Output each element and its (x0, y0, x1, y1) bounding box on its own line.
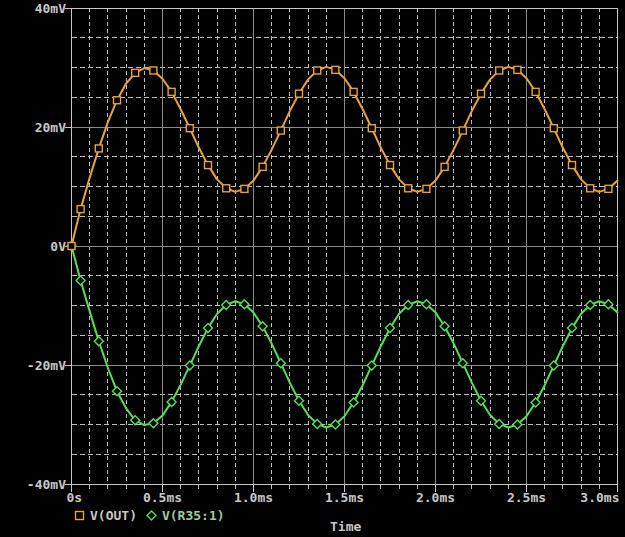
x-tick-label: 0s (67, 490, 83, 505)
marker-square-vout (387, 162, 394, 169)
marker-diamond-vr35-1 (185, 361, 194, 370)
marker-square-vout (405, 185, 412, 192)
marker-square-vout (350, 88, 357, 95)
marker-square-vout (241, 185, 248, 192)
x-tick-label: 3.0ms (580, 490, 619, 505)
legend-label-vr35-1: V(R35:1) (162, 508, 225, 523)
trace-legend: V(OUT) V(R35:1) (74, 508, 225, 523)
marker-square-vout (223, 185, 230, 192)
marker-square-vout (150, 67, 157, 74)
marker-square-vout (587, 185, 594, 192)
marker-square-vout (514, 66, 521, 73)
marker-square-vout (186, 125, 193, 132)
marker-diamond-vr35-1 (276, 359, 285, 368)
y-tick-label: 20mV (35, 120, 66, 135)
marker-square-vout (569, 162, 576, 169)
marker-diamond-vr35-1 (367, 361, 376, 370)
marker-diamond-vr35-1 (549, 361, 558, 370)
marker-square-vout (496, 67, 503, 74)
marker-square-vout (259, 163, 266, 170)
x-tick-label: 1.5ms (325, 490, 364, 505)
marker-square-vout (77, 206, 84, 213)
marker-square-vout (441, 163, 448, 170)
marker-square-vout (605, 185, 612, 192)
marker-square-vout (277, 127, 284, 134)
probe-plot-window: 40mV20mV0V-20mV-40mV0s0.5ms1.0ms1.5ms2.0… (0, 0, 625, 537)
marker-square-vout (114, 97, 121, 104)
marker-square-vout (368, 125, 375, 132)
marker-square-vout (459, 127, 466, 134)
marker-square-vout (205, 162, 212, 169)
marker-square-vout (478, 90, 485, 97)
marker-square-vout (332, 66, 339, 73)
y-tick-label: -20mV (27, 358, 66, 373)
square-marker-icon (74, 510, 85, 521)
marker-square-vout (68, 243, 75, 250)
legend-label-vout: V(OUT) (90, 508, 137, 523)
y-tick-label: 0V (50, 239, 66, 254)
marker-diamond-vr35-1 (94, 337, 103, 346)
y-tick-label: -40mV (27, 477, 66, 492)
marker-square-vout (132, 69, 139, 76)
legend-item-vout[interactable]: V(OUT) (74, 508, 137, 523)
marker-square-vout (314, 67, 321, 74)
legend-item-vr35-1[interactable]: V(R35:1) (146, 508, 225, 523)
marker-square-vout (168, 88, 175, 95)
marker-square-vout (532, 88, 539, 95)
x-tick-label: 2.0ms (416, 490, 455, 505)
x-tick-label: 0.5ms (143, 490, 182, 505)
marker-square-vout (423, 185, 430, 192)
x-tick-label: 2.5ms (507, 490, 546, 505)
diamond-marker-icon (146, 510, 157, 521)
waveform-chart: 40mV20mV0V-20mV-40mV0s0.5ms1.0ms1.5ms2.0… (0, 0, 625, 537)
x-axis-title: Time (330, 519, 361, 534)
x-tick-label: 1.0ms (234, 490, 273, 505)
marker-square-vout (550, 125, 557, 132)
marker-square-vout (95, 145, 102, 152)
marker-diamond-vr35-1 (458, 359, 467, 368)
y-tick-label: 40mV (35, 1, 66, 16)
marker-diamond-vr35-1 (76, 276, 85, 285)
marker-square-vout (296, 90, 303, 97)
